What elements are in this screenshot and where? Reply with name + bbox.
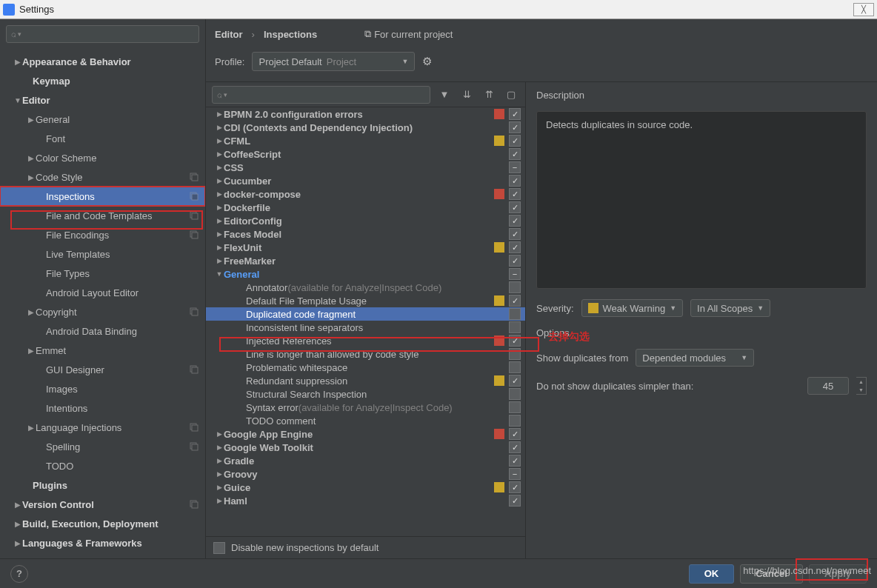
sidebar-item[interactable]: GUI Designer — [0, 360, 205, 379]
filter-icon[interactable]: ▼ — [436, 87, 453, 103]
sidebar-item[interactable]: Font — [0, 129, 205, 148]
inspection-row[interactable]: EditorConfig — [206, 214, 525, 227]
sidebar-item[interactable]: Plugins — [0, 475, 205, 495]
inspection-row[interactable]: Google App Engine — [206, 427, 525, 441]
scope-combo[interactable]: In All Scopes▼ — [690, 299, 770, 317]
inspection-checkbox[interactable] — [509, 135, 521, 147]
sidebar-item[interactable]: TODO — [0, 456, 205, 475]
inspection-checkbox[interactable] — [509, 148, 521, 160]
inspection-row[interactable]: Dockerfile — [206, 201, 525, 214]
show-from-combo[interactable]: Depended modules▼ — [636, 349, 754, 367]
inspection-row[interactable]: CDI (Contexts and Dependency Injection) — [206, 121, 525, 134]
inspection-row[interactable]: FlexUnit — [206, 241, 525, 254]
inspection-checkbox[interactable] — [509, 161, 521, 173]
inspection-tree[interactable]: BPMN 2.0 configuration errorsCDI (Contex… — [206, 107, 525, 536]
inspection-checkbox[interactable] — [509, 121, 521, 133]
inspection-row[interactable]: Guice — [206, 481, 525, 494]
sidebar-item[interactable]: Appearance & Behavior — [0, 52, 205, 71]
sidebar-item[interactable]: Android Layout Editor — [0, 283, 205, 302]
sidebar-item[interactable]: Spelling — [0, 437, 205, 456]
inspection-checkbox[interactable] — [509, 295, 521, 307]
disable-new-row[interactable]: Disable new inspections by default — [206, 536, 525, 558]
sidebar-item[interactable]: Code Style — [0, 167, 205, 187]
sidebar-item[interactable]: General — [0, 110, 205, 129]
inspection-row[interactable]: Redundant suppression — [206, 374, 525, 387]
sidebar-item[interactable]: Languages & Frameworks — [0, 533, 205, 552]
inspection-checkbox[interactable] — [509, 415, 521, 427]
inspection-row[interactable]: CFML — [206, 134, 525, 147]
inspection-row[interactable]: CSS — [206, 161, 525, 174]
sidebar-item[interactable]: File Encodings — [0, 225, 205, 244]
inspection-row[interactable]: BPMN 2.0 configuration errors — [206, 107, 525, 121]
inspection-row[interactable]: Cucumber — [206, 174, 525, 187]
profile-combo[interactable]: Project DefaultProject▼ — [252, 52, 415, 71]
sidebar-item[interactable]: Language Injections — [0, 418, 205, 437]
inspection-row[interactable]: FreeMarker — [206, 254, 525, 267]
help-button[interactable]: ? — [10, 565, 28, 583]
inspection-checkbox[interactable] — [509, 321, 521, 333]
inspection-checkbox[interactable] — [509, 481, 521, 493]
inspection-checkbox[interactable] — [509, 441, 521, 453]
inspection-row[interactable]: Default File Template Usage — [206, 294, 525, 307]
inspection-row[interactable]: Google Web Toolkit — [206, 441, 525, 454]
inspection-checkbox[interactable] — [509, 388, 521, 400]
collapse-all-icon[interactable]: ⇈ — [481, 87, 497, 103]
inspection-checkbox[interactable] — [509, 188, 521, 200]
inspection-checkbox[interactable] — [509, 255, 521, 267]
sidebar-item[interactable]: Build, Execution, Deployment — [0, 514, 205, 533]
toggle-tree-icon[interactable]: ▢ — [503, 87, 519, 103]
sidebar-item[interactable]: Copyright — [0, 302, 205, 321]
inspection-row[interactable]: Inconsistent line separators — [206, 321, 525, 334]
sidebar-item[interactable]: Emmet — [0, 341, 205, 360]
inspection-checkbox[interactable] — [509, 175, 521, 187]
sidebar-item[interactable]: Inspections — [0, 187, 205, 206]
inspection-row[interactable]: General — [206, 267, 525, 281]
for-current-project[interactable]: ⧉For current project — [364, 28, 453, 40]
sidebar-item[interactable]: Live Templates — [0, 244, 205, 264]
inspection-checkbox[interactable] — [509, 281, 521, 293]
bc-editor[interactable]: Editor — [215, 29, 243, 40]
inspection-checkbox[interactable] — [509, 455, 521, 467]
inspection-checkbox[interactable] — [509, 468, 521, 480]
inspection-checkbox[interactable] — [509, 375, 521, 387]
settings-tree[interactable]: Appearance & BehaviorKeymapEditorGeneral… — [0, 49, 205, 558]
inspection-row[interactable]: CoffeeScript — [206, 147, 525, 161]
inspection-row[interactable]: Problematic whitespace — [206, 361, 525, 374]
inspection-row[interactable]: Groovy — [206, 467, 525, 481]
sidebar-item[interactable]: File and Code Templates — [0, 206, 205, 225]
disable-new-checkbox[interactable] — [213, 542, 225, 554]
severity-combo[interactable]: Weak Warning▼ — [581, 299, 683, 317]
inspection-row[interactable]: Gradle — [206, 454, 525, 467]
sidebar-item[interactable]: Keymap — [0, 71, 205, 90]
inspection-checkbox[interactable] — [509, 361, 521, 373]
inspection-row[interactable]: Structural Search Inspection — [206, 387, 525, 401]
sidebar-item[interactable]: Version Control — [0, 495, 205, 514]
expand-all-icon[interactable]: ⇊ — [458, 87, 475, 103]
simpler-value-input[interactable]: 45 — [807, 377, 849, 395]
ok-button[interactable]: OK — [689, 564, 735, 584]
inspection-checkbox[interactable] — [509, 308, 521, 320]
number-spinner[interactable]: ▲▼ — [856, 377, 867, 395]
inspection-checkbox[interactable] — [509, 268, 521, 280]
inspection-row[interactable]: Injected References — [206, 334, 525, 347]
inspection-row[interactable]: Syntax error (available for Analyze|Insp… — [206, 401, 525, 414]
inspection-checkbox[interactable] — [509, 228, 521, 240]
inspection-checkbox[interactable] — [509, 215, 521, 227]
inspection-row[interactable]: docker-compose — [206, 187, 525, 201]
inspection-row[interactable]: Haml — [206, 494, 525, 507]
sidebar-item[interactable]: Intentions — [0, 398, 205, 418]
sidebar-item[interactable]: Images — [0, 379, 205, 398]
gear-icon[interactable]: ⚙ — [422, 55, 432, 68]
inspection-checkbox[interactable] — [509, 201, 521, 213]
sidebar-item[interactable]: Editor — [0, 90, 205, 110]
sidebar-search[interactable]: ⌕▾ — [6, 25, 199, 43]
sidebar-item[interactable]: File Types — [0, 264, 205, 283]
inspection-row[interactable]: Annotator (available for Analyze|Inspect… — [206, 281, 525, 294]
inspection-checkbox[interactable] — [509, 401, 521, 413]
inspection-checkbox[interactable] — [509, 348, 521, 360]
inspection-checkbox[interactable] — [509, 241, 521, 253]
sidebar-item[interactable]: Android Data Binding — [0, 321, 205, 341]
close-button[interactable]: ╳ — [853, 3, 874, 16]
inspection-search[interactable]: ⌕▾ — [212, 86, 430, 104]
inspection-checkbox[interactable] — [509, 335, 521, 347]
